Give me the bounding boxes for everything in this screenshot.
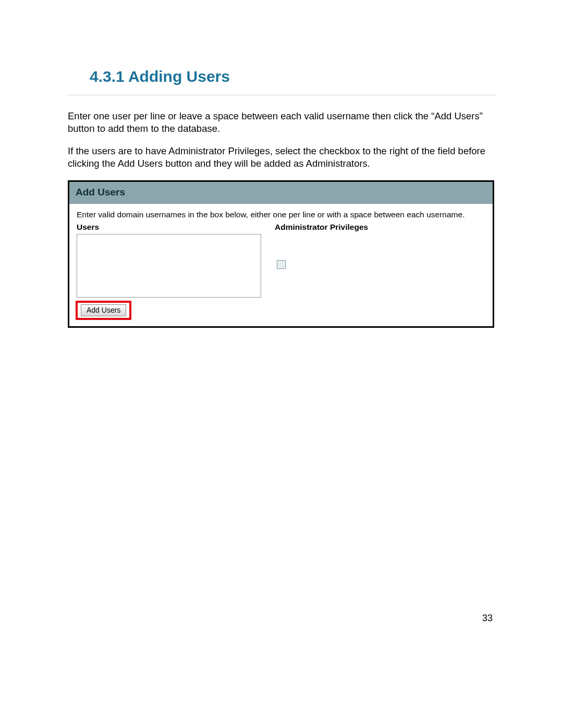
- highlight-box: Add Users: [76, 301, 131, 320]
- divider: [68, 95, 495, 95]
- screenshot-frame: Add Users Enter valid domain usernames i…: [68, 180, 494, 328]
- page-number: 33: [482, 613, 493, 624]
- users-textarea[interactable]: [77, 234, 261, 298]
- section-heading: 4.3.1 Adding Users: [90, 68, 495, 85]
- column-header-admin-privileges: Administrator Privileges: [275, 223, 485, 232]
- panel-helper-text: Enter valid domain usernames in the box …: [77, 210, 485, 219]
- panel-body: Enter valid domain usernames in the box …: [69, 204, 493, 326]
- add-users-button[interactable]: Add Users: [81, 304, 126, 316]
- admin-privileges-checkbox[interactable]: [277, 260, 286, 269]
- intro-paragraph-2: If the users are to have Administrator P…: [68, 145, 495, 169]
- intro-paragraph-1: Enter one user per line or leave a space…: [68, 110, 495, 134]
- column-header-users: Users: [77, 223, 275, 232]
- panel-title: Add Users: [69, 182, 493, 204]
